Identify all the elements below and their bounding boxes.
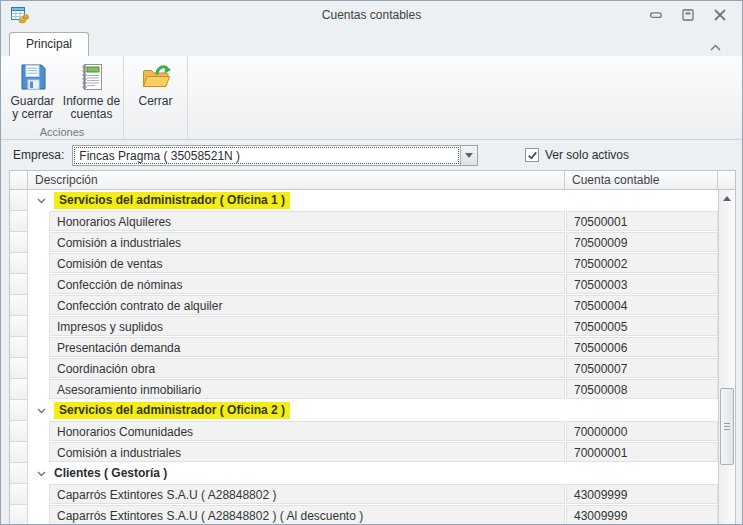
row-account: 43009999 xyxy=(566,505,718,524)
row-description: Confección contrato de alquiler xyxy=(49,295,565,315)
table-row[interactable]: Presentación demanda 70500006 xyxy=(10,337,718,358)
row-indicator xyxy=(10,295,28,316)
row-account: 70500004 xyxy=(566,295,718,315)
row-indicator xyxy=(10,442,28,463)
row-account: 70500005 xyxy=(566,316,718,336)
table-row[interactable]: Comisión a industriales 70000001 xyxy=(10,442,718,463)
table-row[interactable]: Coordinación obra 70500007 xyxy=(10,358,718,379)
table-row[interactable]: Caparrós Extintores S.A.U ( A28848802 ) … xyxy=(10,505,718,524)
row-indicator xyxy=(10,463,28,484)
row-indicator xyxy=(10,190,28,211)
row-indicator xyxy=(10,379,28,400)
row-indicator xyxy=(10,232,28,253)
button-label: Informe de cuentas xyxy=(63,95,120,121)
table-row[interactable]: Comisión de ventas 70500002 xyxy=(10,253,718,274)
guardar-y-cerrar-button[interactable]: Guardar y cerrar xyxy=(3,57,62,125)
company-bar: Empresa: Fincas Pragma ( 35058521N ) Ver… xyxy=(1,140,742,170)
group-label: Servicios del administrador ( Oficina 2 … xyxy=(54,402,290,419)
maximize-icon xyxy=(681,8,695,22)
close-icon xyxy=(713,8,727,22)
empresa-dropdown-button[interactable] xyxy=(460,146,477,165)
row-account: 70500007 xyxy=(566,358,718,378)
row-indicator xyxy=(10,358,28,379)
tab-principal[interactable]: Principal xyxy=(9,32,89,56)
row-account: 43009999 xyxy=(566,484,718,504)
button-label-line: cuentas xyxy=(63,108,120,121)
triangle-up-icon xyxy=(723,196,731,201)
close-button[interactable] xyxy=(712,8,728,22)
window-title: Cuentas contables xyxy=(1,8,742,22)
empresa-value: Fincas Pragma ( 35058521N ) xyxy=(74,147,459,164)
ver-solo-activos-checkbox[interactable] xyxy=(525,148,539,162)
informe-de-cuentas-button[interactable]: Informe de cuentas xyxy=(62,57,121,125)
vertical-scrollbar[interactable] xyxy=(718,190,735,524)
row-account: 70500009 xyxy=(566,232,718,252)
table-row[interactable]: Impresos y suplidos 70500005 xyxy=(10,316,718,337)
table-row[interactable]: Confección contrato de alquiler 70500004 xyxy=(10,295,718,316)
chevron-up-icon xyxy=(709,43,722,52)
ver-solo-activos[interactable]: Ver solo activos xyxy=(525,148,629,162)
row-account: 70000000 xyxy=(566,421,718,441)
header-filler xyxy=(718,171,735,190)
titlebar: Cuentas contables xyxy=(1,1,742,29)
group-row-content: Servicios del administrador ( Oficina 1 … xyxy=(28,190,718,211)
window: Cuentas contables Principal xyxy=(0,0,743,525)
group-row[interactable]: Servicios del administrador ( Oficina 1 … xyxy=(10,190,718,211)
table-row[interactable]: Honorarios Alquileres 70500001 xyxy=(10,211,718,232)
empresa-combobox[interactable]: Fincas Pragma ( 35058521N ) xyxy=(72,145,478,166)
grid-body: Servicios del administrador ( Oficina 1 … xyxy=(10,190,718,524)
group-row-content: Servicios del administrador ( Oficina 2 … xyxy=(28,400,718,421)
indicator-column-header xyxy=(10,171,28,190)
grid-header: Descripción Cuenta contable xyxy=(10,171,735,190)
button-label: Cerrar xyxy=(138,95,172,108)
table-row[interactable]: Honorarios Comunidades 70000000 xyxy=(10,421,718,442)
ribbon-group-caption: Acciones xyxy=(1,126,123,138)
row-account: 70500002 xyxy=(566,253,718,273)
group-row[interactable]: Servicios del administrador ( Oficina 2 … xyxy=(10,400,718,421)
group-row-content: Clientes ( Gestoría ) xyxy=(28,463,718,484)
row-account: 70500006 xyxy=(566,337,718,357)
ribbon-group-acciones: Guardar y cerrar xyxy=(1,56,124,139)
row-indicator xyxy=(10,421,28,442)
group-row[interactable]: Clientes ( Gestoría ) xyxy=(10,463,718,484)
scrollbar-thumb[interactable] xyxy=(720,388,734,465)
table-row[interactable]: Comisión a industriales 70500009 xyxy=(10,232,718,253)
row-description: Comisión a industriales xyxy=(49,442,565,462)
scroll-up-button[interactable] xyxy=(719,190,735,206)
row-description: Asesoramiento inmobiliario xyxy=(49,379,565,399)
button-label-line: Cerrar xyxy=(138,95,172,108)
row-account: 70500003 xyxy=(566,274,718,294)
column-header-cuenta-contable[interactable]: Cuenta contable xyxy=(565,171,718,190)
row-account: 70500001 xyxy=(566,211,718,231)
row-description: Comisión a industriales xyxy=(49,232,565,252)
accounts-grid: Descripción Cuenta contable Servicios de… xyxy=(9,170,736,524)
maximize-button[interactable] xyxy=(680,8,696,22)
ribbon-collapse-button[interactable] xyxy=(709,41,722,50)
floppy-disk-icon xyxy=(17,61,49,93)
table-row[interactable]: Confección de nóminas 70500003 xyxy=(10,274,718,295)
open-folder-arrow-icon xyxy=(140,61,172,93)
cerrar-button[interactable]: Cerrar xyxy=(126,57,185,125)
row-description: Impresos y suplidos xyxy=(49,316,565,336)
button-label-line: y cerrar xyxy=(10,108,54,121)
row-description: Presentación demanda xyxy=(49,337,565,357)
ribbon-group-cerrar: Cerrar xyxy=(124,56,188,139)
ver-solo-activos-label: Ver solo activos xyxy=(545,148,629,162)
table-row[interactable]: Caparrós Extintores S.A.U ( A28848802 ) … xyxy=(10,484,718,505)
minimize-button[interactable] xyxy=(648,8,664,22)
row-description: Comisión de ventas xyxy=(49,253,565,273)
row-description: Honorarios Alquileres xyxy=(49,211,565,231)
row-account: 70000001 xyxy=(566,442,718,462)
window-controls xyxy=(648,8,728,22)
group-label: Servicios del administrador ( Oficina 1 … xyxy=(54,192,290,209)
chevron-down-icon[interactable] xyxy=(37,197,47,204)
column-header-descripcion[interactable]: Descripción xyxy=(28,171,565,190)
row-description: Confección de nóminas xyxy=(49,274,565,294)
ribbon: Guardar y cerrar xyxy=(1,56,742,140)
chevron-down-icon[interactable] xyxy=(37,407,47,414)
chevron-down-icon[interactable] xyxy=(37,470,47,477)
group-label: Clientes ( Gestoría ) xyxy=(54,465,172,482)
chevron-down-icon xyxy=(465,153,473,158)
table-row[interactable]: Asesoramiento inmobiliario 70500008 xyxy=(10,379,718,400)
report-notebook-icon xyxy=(76,61,108,93)
